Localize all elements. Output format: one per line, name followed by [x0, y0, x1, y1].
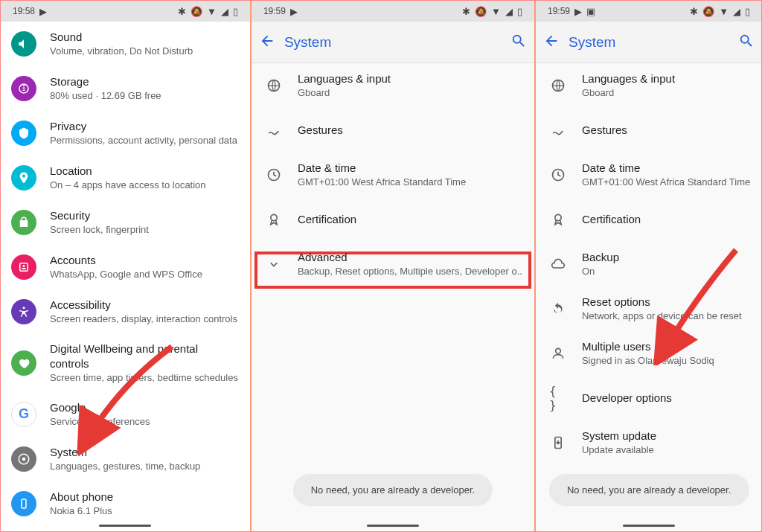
- globe-icon: [549, 77, 567, 94]
- play-icon: ▶: [290, 6, 298, 17]
- update-icon: [549, 434, 567, 452]
- accounts-icon: [11, 254, 36, 280]
- svg-rect-3: [23, 90, 25, 92]
- privacy-icon: [11, 121, 36, 146]
- status-bar: 19:59 ▶ ✱ 🔕 ▼ ◢ ▯: [252, 1, 534, 22]
- row-certification[interactable]: Certification: [252, 197, 534, 242]
- svg-point-6: [23, 307, 25, 309]
- appbar-title: System: [284, 34, 510, 51]
- battery-icon: ▯: [233, 6, 238, 17]
- clock-text: 19:58: [13, 6, 35, 16]
- gestures-icon: [549, 121, 567, 139]
- badge-icon: [549, 211, 567, 228]
- row-backup[interactable]: BackupOn: [536, 242, 762, 286]
- clock-text: 19:59: [263, 6, 286, 16]
- system-list-expanded: Languages & inputGboard Gestures Date & …: [536, 63, 762, 531]
- wifi-icon: ▼: [491, 6, 501, 17]
- gestures-icon: [265, 121, 283, 139]
- row-developer[interactable]: { } Developer options: [536, 376, 762, 420]
- dnd-icon: 🔕: [702, 6, 714, 17]
- toast: No need, you are already a developer.: [549, 474, 749, 506]
- svg-rect-1: [23, 86, 25, 87]
- phone-panel-settings: 19:58 ▶ ✱ 🔕 ▼ ◢ ▯ SoundVolume, vibration…: [1, 1, 252, 531]
- back-button[interactable]: [543, 33, 560, 52]
- svg-point-16: [556, 348, 561, 353]
- status-bar: 19:58 ▶ ✱ 🔕 ▼ ◢ ▯: [1, 1, 250, 22]
- dnd-icon: 🔕: [475, 6, 487, 17]
- wellbeing-icon: [11, 350, 36, 376]
- location-icon: [11, 165, 36, 190]
- toast: No need, you are already a developer.: [293, 474, 493, 506]
- settings-row-privacy[interactable]: PrivacyPermissions, account activity, pe…: [1, 111, 250, 156]
- row-advanced[interactable]: AdvancedBackup, Reset options, Multiple …: [252, 242, 534, 286]
- image-icon: ▣: [586, 6, 595, 17]
- cloud-icon: [549, 255, 567, 273]
- nav-handle[interactable]: [367, 525, 419, 527]
- security-icon: [11, 210, 36, 235]
- row-sysupdate[interactable]: System updateUpdate available: [536, 420, 762, 465]
- storage-icon: [11, 76, 36, 101]
- signal-icon: ◢: [505, 6, 513, 17]
- wifi-icon: ▼: [207, 6, 217, 17]
- row-languages[interactable]: Languages & inputGboard: [252, 63, 534, 108]
- row-datetime[interactable]: Date & timeGMT+01:00 West Africa Standar…: [536, 153, 762, 197]
- bluetooth-icon: ✱: [690, 6, 698, 17]
- system-icon: [11, 446, 36, 472]
- accessibility-icon: [11, 299, 36, 324]
- about-icon: [11, 491, 36, 516]
- settings-row-wellbeing[interactable]: Digital Wellbeing and parental controlsS…: [1, 334, 250, 392]
- search-button[interactable]: [510, 33, 527, 52]
- svg-rect-2: [23, 88, 25, 89]
- settings-row-accounts[interactable]: AccountsWhatsApp, Google and WPS Office: [1, 245, 250, 289]
- settings-row-about[interactable]: About phoneNokia 6.1 Plus: [1, 481, 250, 526]
- status-bar: 19:59 ▶ ▣ ✱ 🔕 ▼ ◢ ▯: [536, 1, 762, 22]
- nav-handle[interactable]: [623, 525, 675, 527]
- battery-icon: ▯: [745, 6, 750, 17]
- row-multiusers[interactable]: Multiple usersSigned in as Olanrewaju So…: [536, 331, 762, 376]
- settings-row-google[interactable]: G GoogleServices & preferences: [1, 392, 250, 437]
- row-datetime[interactable]: Date & timeGMT+01:00 West Africa Standar…: [252, 153, 534, 197]
- appbar-title: System: [569, 34, 738, 51]
- settings-row-storage[interactable]: Storage80% used · 12.69 GB free: [1, 66, 250, 111]
- settings-list: SoundVolume, vibration, Do Not Disturb S…: [1, 22, 250, 531]
- settings-row-system[interactable]: SystemLanguages, gestures, time, backup: [1, 437, 250, 481]
- nav-handle[interactable]: [99, 525, 151, 527]
- svg-point-12: [271, 214, 277, 220]
- system-list: Languages & inputGboard Gestures Date & …: [252, 63, 534, 531]
- row-reset[interactable]: Reset optionsNetwork, apps or device can…: [536, 286, 762, 331]
- braces-icon: { }: [549, 389, 567, 407]
- search-button[interactable]: [738, 33, 755, 52]
- clock-text: 19:59: [548, 6, 570, 16]
- svg-point-8: [22, 458, 26, 461]
- app-bar: System: [536, 22, 762, 63]
- settings-row-sound[interactable]: SoundVolume, vibration, Do Not Disturb: [1, 22, 250, 66]
- bluetooth-icon: ✱: [462, 6, 470, 17]
- svg-rect-9: [22, 499, 26, 508]
- reset-icon: [549, 300, 567, 318]
- row-certification[interactable]: Certification: [536, 197, 762, 242]
- sound-icon: [11, 31, 36, 57]
- row-gestures[interactable]: Gestures: [536, 108, 762, 153]
- user-icon: [549, 344, 567, 362]
- chevron-down-icon: [265, 255, 283, 273]
- google-icon: G: [11, 402, 36, 427]
- globe-icon: [265, 77, 283, 94]
- row-gestures[interactable]: Gestures: [252, 108, 534, 153]
- dnd-icon: 🔕: [190, 6, 202, 17]
- signal-icon: ◢: [733, 6, 740, 17]
- settings-row-security[interactable]: SecurityScreen lock, fingerprint: [1, 200, 250, 245]
- svg-point-5: [23, 265, 25, 267]
- row-languages[interactable]: Languages & inputGboard: [536, 63, 762, 108]
- back-button[interactable]: [259, 33, 275, 52]
- app-bar: System: [252, 22, 534, 63]
- phone-panel-system-expanded: 19:59 ▶ ▣ ✱ 🔕 ▼ ◢ ▯ System Languages & i…: [536, 1, 762, 531]
- bluetooth-icon: ✱: [178, 6, 186, 17]
- settings-row-location[interactable]: LocationOn – 4 apps have access to locat…: [1, 156, 250, 200]
- clock-icon: [265, 166, 283, 184]
- clock-icon: [549, 166, 567, 184]
- wifi-icon: ▼: [719, 6, 729, 17]
- settings-row-accessibility[interactable]: AccessibilityScreen readers, display, in…: [1, 289, 250, 334]
- play-icon: ▶: [574, 6, 582, 17]
- signal-icon: ◢: [221, 6, 228, 17]
- phone-panel-system: 19:59 ▶ ✱ 🔕 ▼ ◢ ▯ System Languages & inp…: [252, 1, 536, 531]
